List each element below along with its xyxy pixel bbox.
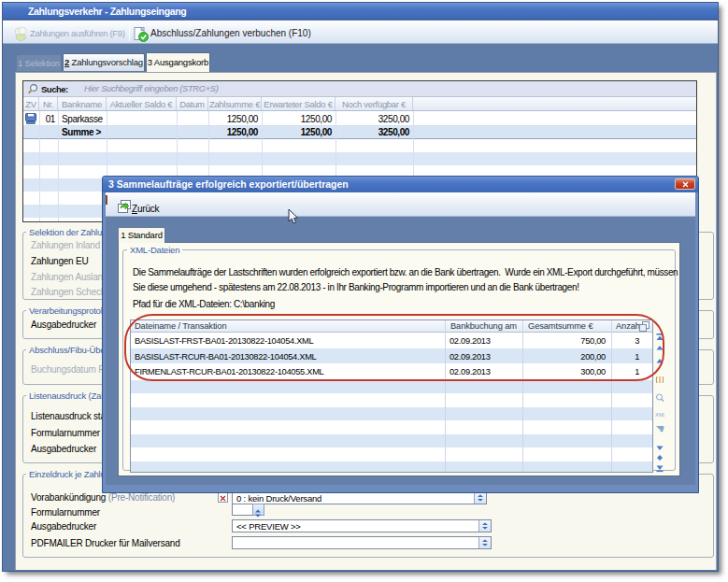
- svg-text:XML: XML: [655, 412, 664, 418]
